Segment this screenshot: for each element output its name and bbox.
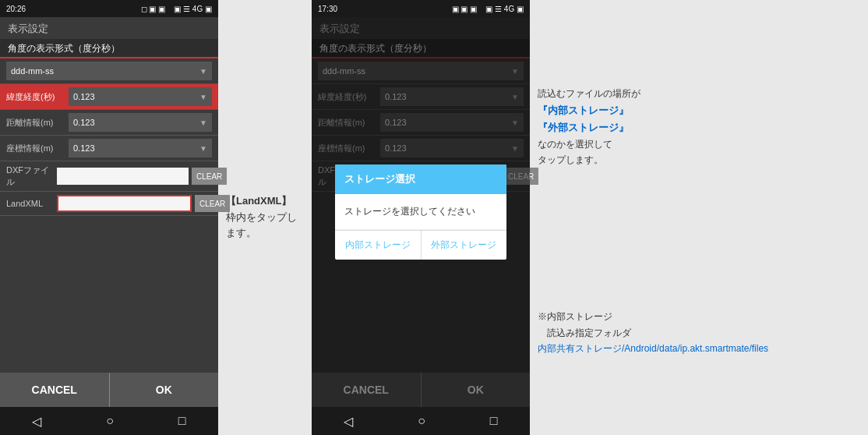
- status-icons-left: ◻ ▣ ▣ ▣ ☰ 4G ▣: [141, 5, 212, 13]
- recent-btn-left[interactable]: □: [163, 411, 202, 431]
- status-icons-right: ▣ ▣ ▣ ▣ ☰ 4G ▣: [452, 5, 524, 13]
- ann-bold1: 『内部ストレージ』: [538, 104, 629, 116]
- annotation-text-middle: 【LandXML】 枠内をタップします。: [226, 193, 304, 242]
- time-left: 20:26: [6, 5, 26, 13]
- ann-line3: タップします。: [538, 154, 603, 165]
- ok-button-left[interactable]: OK: [110, 373, 219, 407]
- back-btn-left[interactable]: ◁: [16, 411, 57, 432]
- field-select-0-left[interactable]: 0.123 ▼: [69, 87, 212, 106]
- dialog-overlay: ストレージ選択 ストレージを選択してください 内部ストレージ 外部ストレージ: [312, 17, 530, 407]
- time-right: 17:30: [318, 5, 337, 13]
- note-line1: 読込み指定フォルダ: [538, 327, 631, 338]
- dxf-clear-left[interactable]: CLEAR: [192, 168, 227, 185]
- spacer-left: [0, 216, 218, 373]
- field-select-2-left[interactable]: 0.123 ▼: [69, 139, 212, 157]
- field-row-1-left: 距離情報(m) 0.123 ▼: [0, 110, 218, 136]
- storage-dialog: ストレージ選択 ストレージを選択してください 内部ストレージ 外部ストレージ: [335, 164, 506, 260]
- field-label-1-left: 距離情報(m): [6, 117, 69, 129]
- field-val-2-left: 0.123: [73, 143, 95, 153]
- page-wrapper: 20:26 ◻ ▣ ▣ ▣ ☰ 4G ▣ 表示設定 角度の表示形式（度分秒） d…: [0, 0, 868, 435]
- landxml-clear-left[interactable]: CLEAR: [195, 195, 230, 212]
- landxml-row-left: LandXML CLEAR: [0, 192, 218, 216]
- dxf-label-left: DXFファイル: [6, 164, 57, 188]
- annotation-right: 読込むファイルの場所が 『内部ストレージ』 『外部ストレージ』 なのかを選択して…: [530, 0, 868, 435]
- phone-right: 17:30 ▣ ▣ ▣ ▣ ☰ 4G ▣ 表示設定 角度の表示形式（度分秒） d…: [312, 0, 530, 435]
- status-bar-right: 17:30 ▣ ▣ ▣ ▣ ☰ 4G ▣: [312, 0, 530, 17]
- cancel-button-left[interactable]: CANCEL: [0, 373, 110, 407]
- field-row-0-left: 緯度経度(秒) 0.123 ▼: [0, 84, 218, 110]
- ann-bold2: 『外部ストレージ』: [538, 122, 629, 133]
- annotation-line1: 【LandXML】: [226, 195, 292, 207]
- nav-bar-left: ◁ ○ □: [0, 407, 218, 435]
- ddd-value-left: ddd-mm-ss: [11, 66, 54, 76]
- phone-left: 20:26 ◻ ▣ ▣ ▣ ☰ 4G ▣ 表示設定 角度の表示形式（度分秒） d…: [0, 0, 218, 435]
- settings-title-left: 表示設定: [0, 17, 218, 39]
- annotation-middle: 【LandXML】 枠内をタップします。: [218, 0, 312, 435]
- field-val-1-left: 0.123: [73, 118, 95, 127]
- recent-btn-right[interactable]: □: [475, 411, 513, 431]
- back-btn-right[interactable]: ◁: [328, 411, 369, 432]
- dialog-body: ストレージを選択してください: [335, 194, 506, 230]
- nav-bar-right: ◁ ○ □: [312, 407, 530, 435]
- landxml-input-left[interactable]: [57, 195, 192, 212]
- dialog-title: ストレージ選択: [335, 164, 506, 194]
- settings-panel-left: 表示設定 角度の表示形式（度分秒） ddd-mm-ss ▼ 緯度経度(秒) 0.…: [0, 17, 218, 373]
- ddd-row-left: ddd-mm-ss ▼: [0, 58, 218, 84]
- home-btn-left[interactable]: ○: [90, 411, 129, 431]
- field-val-0-left: 0.123: [73, 92, 95, 101]
- note-title: ※内部ストレージ: [538, 311, 612, 322]
- field-arrow-0-left: ▼: [199, 93, 207, 101]
- ann-line2: なのかを選択して: [538, 139, 612, 150]
- annotation-block-top: 読込むファイルの場所が 『内部ストレージ』 『外部ストレージ』 なのかを選択して…: [538, 86, 860, 168]
- landxml-label-left: LandXML: [6, 199, 57, 208]
- field-select-1-left[interactable]: 0.123 ▼: [69, 113, 212, 132]
- screen-left: 表示設定 角度の表示形式（度分秒） ddd-mm-ss ▼ 緯度経度(秒) 0.…: [0, 17, 218, 407]
- home-btn-right[interactable]: ○: [402, 411, 441, 431]
- dxf-input-left[interactable]: [57, 168, 189, 185]
- ddd-select-left[interactable]: ddd-mm-ss ▼: [6, 62, 212, 80]
- field-arrow-2-left: ▼: [199, 144, 207, 153]
- status-bar-left: 20:26 ◻ ▣ ▣ ▣ ☰ 4G ▣: [0, 0, 218, 17]
- external-storage-btn[interactable]: 外部ストレージ: [422, 231, 507, 260]
- field-label-2-left: 座標情報(m): [6, 143, 69, 154]
- dialog-buttons: 内部ストレージ 外部ストレージ: [335, 230, 506, 260]
- field-label-0-left: 緯度経度(秒): [6, 91, 69, 103]
- internal-storage-btn[interactable]: 内部ストレージ: [335, 231, 422, 260]
- note-path: 内部共有ストレージ/Android/data/ip.akt.smartmate/…: [538, 343, 768, 354]
- dxf-row-left: DXFファイル CLEAR: [0, 161, 218, 192]
- bottom-buttons-left: CANCEL OK: [0, 373, 218, 407]
- annotation-block-note: ※内部ストレージ 読込み指定フォルダ 内部共有ストレージ/Android/dat…: [538, 309, 860, 356]
- field-arrow-1-left: ▼: [199, 118, 207, 127]
- screen-right: 表示設定 角度の表示形式（度分秒） ddd-mm-ss ▼ 緯度経度(秒) 0.…: [312, 17, 530, 407]
- field-row-2-left: 座標情報(m) 0.123 ▼: [0, 136, 218, 161]
- annotation-line2: 枠内をタップします。: [226, 211, 297, 239]
- ddd-arrow-left: ▼: [199, 67, 207, 76]
- angle-label-left: 角度の表示形式（度分秒）: [0, 39, 218, 58]
- ann-line1: 読込むファイルの場所が: [538, 88, 640, 99]
